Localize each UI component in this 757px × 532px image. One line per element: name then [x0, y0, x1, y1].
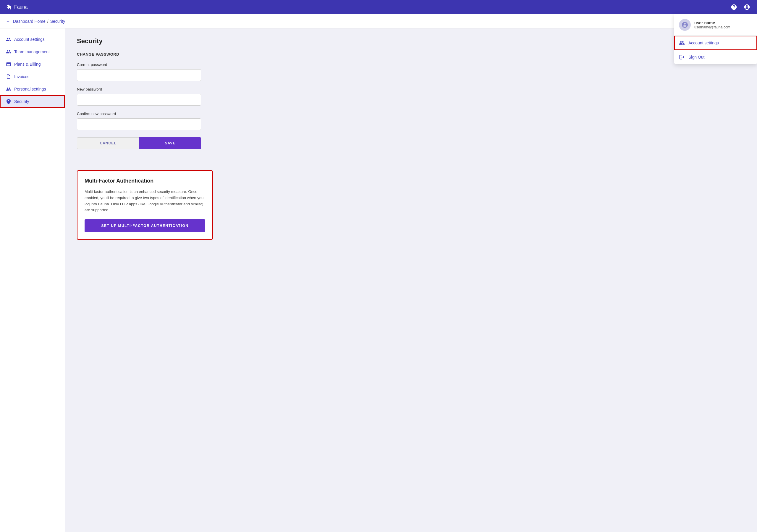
- sidebar-item-invoices[interactable]: Invoices: [0, 71, 65, 83]
- sidebar: Account settings Team management Plans &…: [0, 28, 65, 532]
- breadcrumb-bar: ← Dashboard Home / Security: [0, 14, 757, 28]
- mfa-card: Multi-Factor Authentication Multi-factor…: [77, 170, 213, 240]
- section-title-change-password: CHANGE PASSWORD: [77, 52, 745, 56]
- new-password-group: New password: [77, 87, 745, 106]
- security-icon: [6, 99, 11, 104]
- sidebar-item-personal-settings[interactable]: Personal settings: [0, 83, 65, 95]
- breadcrumb-separator: /: [47, 19, 48, 24]
- current-password-group: Current password: [77, 62, 745, 81]
- breadcrumb-current: Security: [50, 19, 65, 24]
- sidebar-item-team-management[interactable]: Team management: [0, 46, 65, 58]
- billing-icon: [6, 62, 11, 67]
- mfa-description: Multi-factor authentication is an enhanc…: [85, 189, 205, 213]
- app-logo[interactable]: Fauna: [6, 4, 27, 10]
- user-dropdown: user name username@fauna.com Account set…: [674, 14, 757, 64]
- confirm-password-label: Confirm new password: [77, 111, 745, 116]
- main-layout: Account settings Team management Plans &…: [0, 28, 757, 532]
- invoices-icon: [6, 74, 11, 79]
- dropdown-account-settings[interactable]: Account settings: [674, 36, 757, 50]
- team-icon: [6, 49, 11, 54]
- topnav-right-actions: [730, 3, 751, 11]
- breadcrumb: ← Dashboard Home / Security: [6, 19, 65, 24]
- sidebar-item-account-settings[interactable]: Account settings: [0, 33, 65, 46]
- sidebar-item-security[interactable]: Security: [0, 95, 65, 108]
- user-account-icon[interactable]: [743, 3, 751, 11]
- back-button[interactable]: ←: [6, 19, 10, 24]
- new-password-label: New password: [77, 87, 745, 91]
- avatar-icon: [681, 21, 688, 28]
- setup-mfa-button[interactable]: SET UP MULTI-FACTOR AUTHENTICATION: [85, 219, 205, 232]
- section-divider: [77, 158, 745, 158]
- current-password-label: Current password: [77, 62, 745, 67]
- help-icon[interactable]: [730, 3, 738, 11]
- confirm-password-group: Confirm new password: [77, 111, 745, 130]
- personal-icon: [6, 86, 11, 92]
- mfa-title: Multi-Factor Authentication: [85, 178, 205, 184]
- user-dropdown-header: user name username@fauna.com: [674, 14, 757, 36]
- avatar: [679, 19, 691, 31]
- dropdown-sign-out[interactable]: Sign Out: [674, 50, 757, 64]
- save-button[interactable]: SAVE: [139, 137, 201, 149]
- change-password-section: CHANGE PASSWORD Current password New pas…: [77, 52, 745, 149]
- account-settings-icon: [6, 37, 11, 42]
- sign-out-icon: [679, 54, 685, 60]
- fauna-bird-icon: [6, 4, 12, 10]
- main-content: Security CHANGE PASSWORD Current passwor…: [65, 28, 757, 532]
- password-button-row: CANCEL SAVE: [77, 137, 201, 149]
- current-password-input[interactable]: [77, 69, 201, 81]
- sidebar-item-plans-billing[interactable]: Plans & Billing: [0, 58, 65, 71]
- page-title: Security: [77, 37, 745, 45]
- confirm-password-input[interactable]: [77, 118, 201, 130]
- top-navigation: Fauna user name username@fauna.com Accou…: [0, 0, 757, 14]
- breadcrumb-home[interactable]: Dashboard Home: [13, 19, 45, 24]
- new-password-input[interactable]: [77, 94, 201, 106]
- cancel-button[interactable]: CANCEL: [77, 137, 139, 149]
- account-settings-dropdown-icon: [679, 40, 685, 46]
- user-info: user name username@fauna.com: [694, 20, 730, 29]
